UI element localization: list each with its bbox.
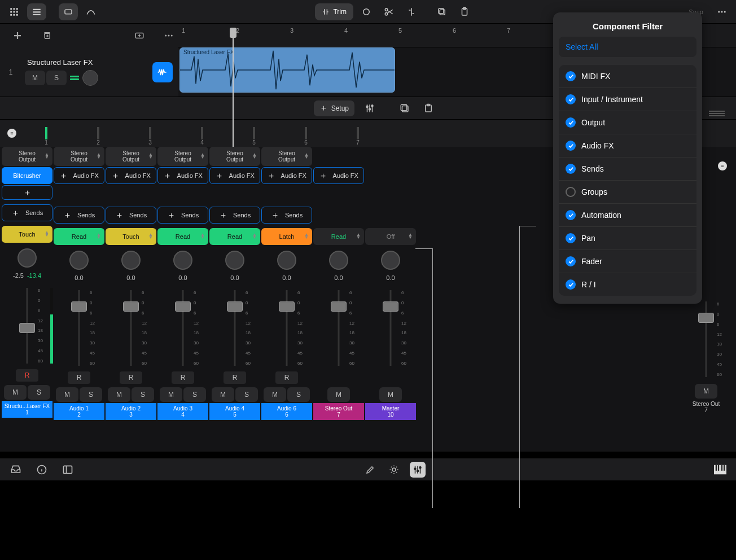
mute-button[interactable]: M xyxy=(25,71,45,85)
automation-mode[interactable]: Read▲▼ xyxy=(209,228,260,245)
playhead-handle[interactable] xyxy=(230,28,236,38)
audiofx-slot[interactable]: ＋ Audio FX xyxy=(261,167,312,184)
mute-button[interactable]: M xyxy=(160,387,182,402)
automation-mode[interactable]: Read▲▼ xyxy=(157,228,208,245)
automation-curve-icon[interactable] xyxy=(81,3,100,20)
select-all-button[interactable]: Select All xyxy=(559,37,696,57)
pan-knob[interactable] xyxy=(173,251,192,270)
sends-slot[interactable]: ＋ Sends xyxy=(261,207,312,224)
sends-slot[interactable]: ＋ Sends xyxy=(2,204,52,221)
audiofx-slot[interactable]: ＋ Audio FX xyxy=(209,167,260,184)
fader[interactable]: 6061218304560 xyxy=(261,286,312,370)
right-filter-dot-icon[interactable]: ≡ xyxy=(718,161,727,170)
output-slot[interactable]: Stereo Output▲▼ xyxy=(106,147,156,166)
audiofx-slot[interactable]: Bitcrusher xyxy=(2,167,52,184)
overview-channel[interactable]: 2 xyxy=(72,120,124,147)
output-slot[interactable]: Stereo Output▲▼ xyxy=(261,147,312,166)
overview-channel[interactable]: 6 xyxy=(280,120,332,147)
record-enable[interactable]: R xyxy=(68,371,90,384)
add-track-icon[interactable] xyxy=(8,27,27,44)
record-enable[interactable]: R xyxy=(172,371,194,384)
fader-handle[interactable] xyxy=(331,301,347,312)
solo-button[interactable]: S xyxy=(183,387,206,402)
waveform-icon[interactable] xyxy=(152,62,173,82)
solo-button[interactable]: S xyxy=(287,387,310,402)
mute-button[interactable]: M xyxy=(379,387,402,402)
playhead[interactable] xyxy=(233,28,234,147)
right-panel-handle[interactable] xyxy=(709,111,725,116)
duplicate-track-icon[interactable] xyxy=(37,27,56,44)
mixer-copy-icon[interactable] xyxy=(396,100,413,116)
fader[interactable]: 6061218304560 xyxy=(54,286,104,370)
filter-row[interactable]: Automation xyxy=(559,204,696,227)
pan-knob[interactable] xyxy=(121,251,141,270)
automation-mode[interactable]: Off▲▼ xyxy=(365,228,416,245)
pan-knob[interactable] xyxy=(329,251,348,270)
fader-handle[interactable] xyxy=(71,301,87,312)
filter-row[interactable]: Groups xyxy=(559,181,696,204)
mixer-view-icon[interactable] xyxy=(410,462,426,478)
solo-button[interactable]: S xyxy=(80,387,102,402)
pan-knob[interactable] xyxy=(17,248,37,268)
pencil-icon[interactable] xyxy=(362,462,378,478)
output-slot[interactable]: Stereo Output▲▼ xyxy=(209,147,260,166)
audiofx-slot[interactable]: ＋ Audio FX xyxy=(313,167,364,184)
automation-mode[interactable]: Touch▲▼ xyxy=(106,228,156,245)
grid-view-icon[interactable] xyxy=(5,3,24,20)
filter-row[interactable]: Output xyxy=(559,111,696,134)
record-enable[interactable]: R xyxy=(224,371,246,384)
mute-button[interactable]: M xyxy=(56,387,78,402)
paste-icon[interactable] xyxy=(455,3,474,20)
fader[interactable]: 6061218304560 xyxy=(157,286,208,370)
audiofx-slot[interactable]: ＋ Audio FX xyxy=(157,167,208,184)
fader[interactable]: 6061218304560 xyxy=(209,286,260,370)
fader[interactable]: 6061218304560 xyxy=(2,283,52,368)
info-icon[interactable] xyxy=(34,462,50,478)
track-more-icon[interactable] xyxy=(159,27,178,44)
fader[interactable]: 6061218304560 xyxy=(365,286,416,370)
scissors-icon[interactable] xyxy=(379,3,398,20)
fader-handle[interactable] xyxy=(227,301,243,312)
fader-handle[interactable] xyxy=(383,301,398,312)
fader-handle[interactable] xyxy=(279,301,295,312)
copy-icon[interactable] xyxy=(432,3,452,20)
channel-name[interactable]: Master10 xyxy=(365,403,416,420)
record-enable[interactable]: R xyxy=(275,371,298,384)
automation-mode[interactable]: Latch▲▼ xyxy=(261,228,312,245)
fader[interactable]: 6061218304560 xyxy=(106,286,156,370)
mixer-paste-icon[interactable] xyxy=(420,100,437,116)
pan-knob[interactable] xyxy=(225,251,244,270)
channel-name[interactable]: Audio 12 xyxy=(54,403,104,420)
output-slot[interactable]: Stereo Output▲▼ xyxy=(2,147,52,166)
channel-name[interactable]: Audio 45 xyxy=(209,403,260,420)
pan-knob[interactable] xyxy=(381,251,400,270)
audiofx-slot[interactable]: ＋ Audio FX xyxy=(106,167,156,184)
output-slot[interactable]: Stereo Output▲▼ xyxy=(157,147,208,166)
overview-channel[interactable]: 4 xyxy=(176,120,228,147)
channel-name[interactable]: Stereo Out7 xyxy=(313,403,364,420)
filter-row[interactable]: R / I xyxy=(559,273,696,296)
mute-button[interactable]: M xyxy=(108,387,130,402)
filter-row[interactable]: Sends xyxy=(559,158,696,181)
automation-mode[interactable]: Read▲▼ xyxy=(313,228,364,245)
split-icon[interactable] xyxy=(402,3,421,20)
list-view-icon[interactable] xyxy=(27,3,46,20)
mute-button[interactable]: M xyxy=(212,387,234,402)
filter-row[interactable]: MIDI FX xyxy=(559,65,696,88)
mute-button[interactable]: M xyxy=(695,384,717,399)
add-audiofx-button[interactable]: ＋ xyxy=(2,185,52,200)
track-name[interactable]: Structured Laser FX xyxy=(24,58,148,67)
region-tool-icon[interactable] xyxy=(59,3,78,20)
fader[interactable]: 6061218304560 xyxy=(313,286,364,370)
volume-knob[interactable] xyxy=(82,70,98,86)
fader-handle[interactable] xyxy=(19,323,35,333)
overview-channel[interactable]: 7 xyxy=(332,120,384,147)
channel-name[interactable]: Audio 23 xyxy=(106,403,156,420)
mixer-settings-icon[interactable] xyxy=(361,100,378,116)
sends-slot[interactable]: ＋ Sends xyxy=(54,207,104,224)
output-slot[interactable]: Stereo Output▲▼ xyxy=(54,147,104,166)
fader-handle[interactable] xyxy=(123,301,139,312)
sends-slot[interactable]: ＋ Sends xyxy=(157,207,208,224)
fader-handle[interactable] xyxy=(175,301,191,312)
piano-icon[interactable] xyxy=(712,462,728,478)
